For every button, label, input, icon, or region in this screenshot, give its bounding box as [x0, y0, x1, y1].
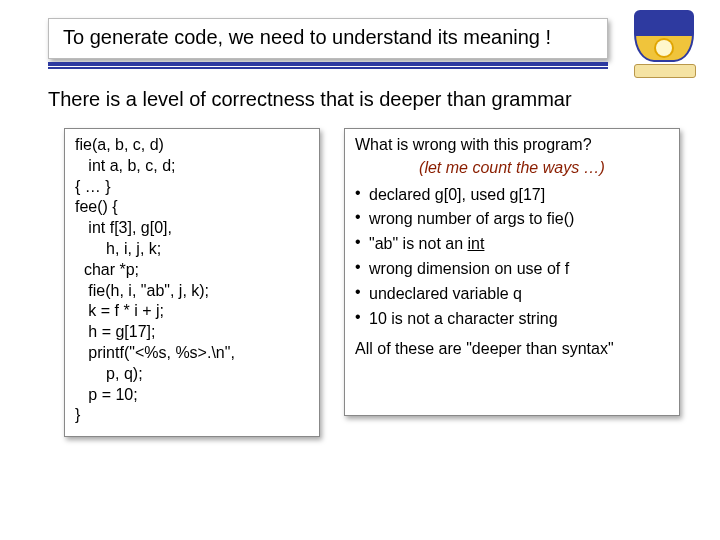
- question-text: What is wrong with this program?: [355, 135, 669, 156]
- explanation-box: What is wrong with this program? (let me…: [344, 128, 680, 416]
- error-bullet-list: declared g[0], used g[17] wrong number o…: [355, 185, 669, 330]
- bullet-text: wrong number of args to fie(): [369, 210, 574, 227]
- footer-line: All of these are "deeper than syntax": [355, 339, 669, 360]
- bullet-item: declared g[0], used g[17]: [355, 185, 669, 206]
- bullet-text: 10 is not a character string: [369, 310, 558, 327]
- bullet-text: declared g[0], used g[17]: [369, 186, 545, 203]
- bullet-text-underlined: int: [468, 235, 485, 252]
- bullet-item: undeclared variable q: [355, 284, 669, 305]
- subheading: There is a level of correctness that is …: [48, 88, 688, 111]
- code-sample: fie(a, b, c, d) int a, b, c, d; { … } fe…: [75, 136, 235, 423]
- bullet-text: "ab" is not an: [369, 235, 468, 252]
- bullet-item: wrong dimension on use of f: [355, 259, 669, 280]
- question-subtext: (let me count the ways …): [355, 158, 669, 179]
- slide: To generate code, we need to understand …: [0, 0, 720, 540]
- code-sample-box: fie(a, b, c, d) int a, b, c, d; { … } fe…: [64, 128, 320, 437]
- bullet-text: undeclared variable q: [369, 285, 522, 302]
- title-bar: To generate code, we need to understand …: [48, 18, 608, 59]
- title-underline: [48, 62, 608, 74]
- bullet-text: wrong dimension on use of f: [369, 260, 569, 277]
- bullet-item: wrong number of args to fie(): [355, 209, 669, 230]
- bullet-item: "ab" is not an int: [355, 234, 669, 255]
- bullet-item: 10 is not a character string: [355, 309, 669, 330]
- slide-title: To generate code, we need to understand …: [63, 26, 551, 48]
- university-crest-icon: [634, 10, 694, 78]
